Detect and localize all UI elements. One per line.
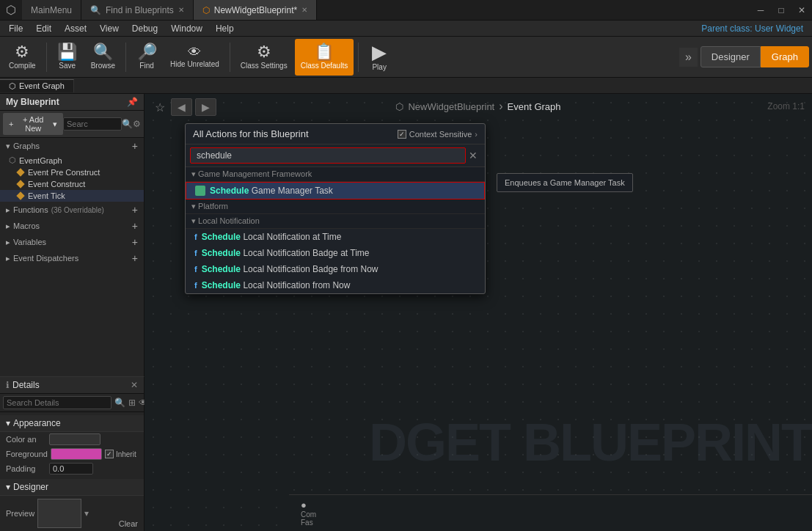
- category-game-management[interactable]: ▾ Game Management Framework: [186, 167, 485, 182]
- play-button[interactable]: ▶ Play: [363, 39, 395, 76]
- compile-label: ●: [301, 499, 316, 510]
- event-tick-label: Event Tick: [28, 191, 65, 200]
- designer-view-button[interactable]: Designer: [701, 46, 761, 67]
- tab-findinblueprints[interactable]: 🔍 Find in Blueprints ✕: [81, 0, 194, 20]
- inherit-check: Inherit: [105, 450, 136, 458]
- save-button[interactable]: 💾 Save: [51, 39, 84, 76]
- blueprint-icon: ⬡: [395, 101, 403, 112]
- clear-button[interactable]: Clear: [119, 519, 138, 528]
- browse-button[interactable]: 🔍 Browse: [85, 39, 121, 76]
- details-search-input[interactable]: [3, 396, 111, 409]
- graphs-label: Graphs: [13, 142, 40, 150]
- menu-help[interactable]: Help: [210, 22, 240, 35]
- action-item-schedule-local-badge-now[interactable]: f Schedule Local Notification Badge from…: [186, 261, 485, 277]
- action-item-label: Schedule Local Notification Badge from N…: [202, 264, 378, 274]
- function-icon: f: [194, 281, 197, 290]
- appearance-section: ▾ Appearance Color an Foreground Inherit: [0, 412, 144, 479]
- back-button[interactable]: ◀: [171, 98, 192, 116]
- chevron-right-icon: ▸: [6, 254, 10, 263]
- close-details-icon[interactable]: ✕: [131, 380, 138, 390]
- compile-sub: Fas: [301, 519, 316, 527]
- macros-section-header[interactable]: ▸ Macros +: [0, 218, 144, 234]
- action-item-schedule-local-time[interactable]: f Schedule Local Notification at Time: [186, 229, 485, 245]
- menu-debug[interactable]: Debug: [126, 22, 164, 35]
- hide-unrelated-label: Hide Unrelated: [170, 60, 219, 68]
- action-item-schedule-local-now[interactable]: f Schedule Local Notification from Now: [186, 277, 485, 293]
- padding-input[interactable]: [49, 463, 93, 475]
- functions-section-header[interactable]: ▸ Functions (36 Overridable) +: [0, 202, 144, 218]
- add-macro-button[interactable]: +: [132, 220, 138, 232]
- menu-asset[interactable]: Asset: [59, 22, 92, 35]
- variables-section-header[interactable]: ▸ Variables +: [0, 234, 144, 250]
- tab-newwidgetblueprint[interactable]: ⬡ NewWidgetBlueprint* ✕: [194, 0, 317, 20]
- event-construct-item[interactable]: Event Construct: [0, 178, 144, 190]
- graph-area[interactable]: ☆ ◀ ▶ ⬡ NewWidgetBlueprint › Event Graph…: [145, 94, 812, 531]
- color-an-swatch[interactable]: [49, 433, 100, 445]
- close-button[interactable]: ✕: [791, 0, 812, 21]
- platform-label: Platform: [198, 202, 228, 210]
- event-dispatchers-section-header[interactable]: ▸ Event Dispatchers +: [0, 250, 144, 266]
- toolbar-separator-3: [230, 43, 230, 72]
- compile-item: ● Com Fas: [295, 498, 322, 528]
- graphs-section-header[interactable]: ▾ Graphs +: [0, 138, 144, 154]
- menu-file[interactable]: File: [3, 22, 29, 35]
- zoom-label: Zoom 1:1: [767, 101, 805, 111]
- tab-mainmenu[interactable]: MainMenu: [22, 0, 81, 20]
- compile-button[interactable]: ⚙ Compile: [3, 39, 42, 76]
- graph-view-button[interactable]: Graph: [761, 46, 809, 67]
- event-tick-item[interactable]: Event Tick: [0, 190, 144, 202]
- foreground-swatch[interactable]: [51, 448, 102, 460]
- class-settings-button[interactable]: ⚙ Class Settings: [235, 39, 293, 76]
- action-search-input[interactable]: [190, 147, 466, 164]
- favorite-button[interactable]: ☆: [152, 98, 168, 116]
- inherit-checkbox[interactable]: [105, 450, 114, 458]
- find-button[interactable]: 🔎 Find: [131, 39, 163, 76]
- dropdown-arrow-icon: ▾: [53, 120, 57, 129]
- details-title: Details: [12, 380, 40, 390]
- minimize-button[interactable]: ─: [750, 0, 771, 21]
- close-icon[interactable]: ✕: [301, 6, 307, 14]
- eventgraph-item[interactable]: ⬡ EventGraph: [0, 154, 144, 166]
- highlight-text: Schedule: [202, 248, 241, 258]
- menu-view[interactable]: View: [94, 22, 125, 35]
- function-icon: f: [194, 249, 197, 257]
- tab-findinblueprints-label: Find in Blueprints: [106, 5, 174, 15]
- context-sensitive-checkbox[interactable]: [398, 130, 406, 139]
- my-blueprint-header: My Blueprint 📌: [0, 94, 144, 111]
- forward-button[interactable]: ▶: [195, 98, 216, 116]
- plus-icon: +: [9, 120, 13, 128]
- expand-button[interactable]: »: [679, 48, 698, 67]
- maximize-button[interactable]: □: [771, 0, 791, 21]
- event-graph-tab[interactable]: ⬡ Event Graph: [0, 79, 74, 92]
- event-graph-tab-label: Event Graph: [19, 81, 65, 90]
- variables-section-title: ▸ Variables: [6, 238, 46, 247]
- category-local-notification[interactable]: ▾ Local Notification: [186, 214, 485, 229]
- clear-search-button[interactable]: ✕: [466, 150, 480, 161]
- menu-edit[interactable]: Edit: [30, 22, 57, 35]
- add-function-button[interactable]: +: [132, 204, 138, 216]
- add-dispatcher-button[interactable]: +: [132, 252, 138, 264]
- event-pre-construct-item[interactable]: Event Pre Construct: [0, 166, 144, 178]
- hide-unrelated-button[interactable]: 👁 Hide Unrelated: [164, 39, 225, 76]
- details-panel: ℹ Details ✕ 🔍 ⊞ 👁 ▾ Appearance: [0, 376, 145, 531]
- class-defaults-button[interactable]: 📋 Class Defaults: [295, 39, 354, 76]
- add-new-button[interactable]: + + Add New ▾: [3, 113, 63, 135]
- graph-node-icon: ⬡: [9, 155, 16, 165]
- parent-class: Parent class: User Widget: [701, 23, 809, 34]
- action-panel-title: All Actions for this Blueprint: [193, 128, 309, 139]
- appearance-header[interactable]: ▾ Appearance: [0, 415, 144, 432]
- close-icon[interactable]: ✕: [178, 6, 184, 14]
- add-variable-button[interactable]: +: [132, 236, 138, 248]
- action-item-schedule-game-manager[interactable]: Schedule Game Manager Task: [186, 182, 485, 199]
- add-graph-button[interactable]: +: [132, 140, 138, 152]
- menu-window[interactable]: Window: [165, 22, 208, 35]
- category-platform[interactable]: ▾ Platform: [186, 199, 485, 214]
- designer-header[interactable]: ▾ Designer: [0, 479, 144, 496]
- action-item-schedule-local-badge-time[interactable]: f Schedule Local Notification Badge at T…: [186, 245, 485, 261]
- graph-container: ☆ ◀ ▶ ⬡ NewWidgetBlueprint › Event Graph…: [145, 94, 812, 531]
- app-logo: ⬡: [0, 0, 22, 21]
- functions-label: Functions: [13, 205, 48, 214]
- rest-text: Local Notification at Time: [243, 232, 341, 242]
- blueprint-search[interactable]: [63, 117, 122, 131]
- left-panel: My Blueprint 📌 + + Add New ▾ 🔍 ⚙: [0, 94, 145, 531]
